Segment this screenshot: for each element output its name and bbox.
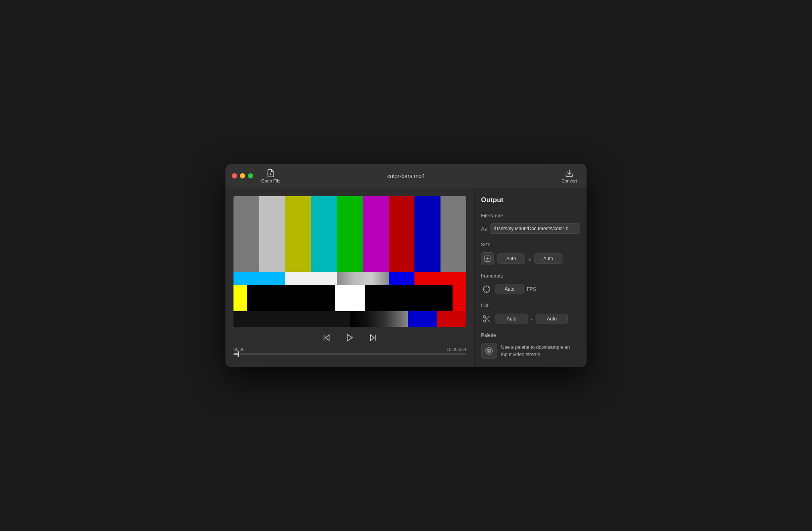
current-time: 00:00	[233, 347, 245, 352]
filename-prefix: Aa	[481, 226, 487, 232]
app-window: Open File color-bars.mp4 Convert	[225, 164, 587, 367]
pluge-yellow	[233, 285, 247, 311]
svg-point-17	[489, 349, 491, 351]
svg-line-13	[487, 320, 489, 322]
video-panel: 00:00 10:00.064	[225, 188, 474, 367]
output-section-title: Output	[481, 196, 580, 204]
size-icon	[481, 252, 494, 265]
bars-super-bottom	[233, 311, 466, 327]
cut-separator: -	[531, 316, 532, 322]
palette-row: Use a palette to downsample an input vid…	[481, 343, 580, 359]
skip-back-button[interactable]	[321, 332, 333, 344]
titlebar: Open File color-bars.mp4 Convert	[225, 164, 587, 188]
framerate-label: Framerate	[481, 273, 580, 279]
mid-bar-white	[285, 272, 337, 285]
duration: 10:00.064	[447, 347, 466, 352]
bars-bottom-group	[233, 285, 466, 311]
sub-bar-blue	[408, 311, 437, 327]
convert-label: Convert	[561, 178, 577, 183]
mid-bar-1	[233, 272, 285, 285]
size-label: Size	[481, 242, 580, 247]
progress-thumb[interactable]	[238, 351, 239, 357]
palette-label: Palette	[481, 332, 580, 338]
maximize-button[interactable]	[248, 173, 253, 178]
mid-bar-gradient	[337, 272, 389, 285]
sub-bar-red	[437, 311, 467, 327]
scissors-icon	[481, 313, 492, 324]
filename-label: File Name	[481, 213, 580, 219]
framerate-section: Framerate FPS	[481, 273, 580, 295]
color-bars-display	[233, 196, 466, 327]
filename-row: Aa	[481, 223, 580, 234]
svg-marker-6	[371, 335, 374, 341]
time-labels: 00:00 10:00.064	[233, 347, 466, 352]
filename-section: File Name Aa	[481, 213, 580, 234]
svg-point-11	[483, 320, 486, 322]
titlebar-right: Convert	[558, 167, 580, 185]
bar-white	[259, 196, 285, 272]
palette-section: Palette Use a palette to downsample an i…	[481, 332, 580, 359]
right-panel: Output File Name Aa Size	[474, 188, 587, 367]
cut-end-input[interactable]	[536, 314, 568, 324]
timeline: 00:00 10:00.064	[233, 347, 466, 355]
cut-row: -	[481, 313, 580, 324]
size-width-input[interactable]	[497, 253, 525, 264]
svg-marker-5	[347, 334, 353, 341]
titlebar-left: Open File	[232, 167, 284, 185]
convert-button[interactable]: Convert	[558, 167, 580, 185]
bar-green	[337, 196, 363, 272]
size-section: Size x	[481, 242, 580, 265]
bar-red	[389, 196, 414, 272]
bar-yellow	[285, 196, 311, 272]
pluge-white	[335, 285, 364, 311]
filename-input[interactable]	[490, 223, 580, 234]
framerate-icon	[481, 284, 492, 295]
window-title: color-bars.mp4	[387, 173, 424, 179]
traffic-lights	[232, 173, 253, 178]
cut-section: Cut -	[481, 303, 580, 324]
mid-bar-blue-r	[389, 272, 414, 285]
open-file-button[interactable]: Open File	[258, 167, 284, 185]
bar-blue	[414, 196, 440, 272]
cut-label: Cut	[481, 303, 580, 308]
bar-magenta	[363, 196, 388, 272]
bar-gray-right	[441, 196, 466, 272]
framerate-row: FPS	[481, 284, 580, 295]
cut-start-input[interactable]	[495, 314, 528, 324]
sub-bar-grad	[350, 311, 408, 327]
bar-gray-dark	[233, 196, 259, 272]
fps-unit: FPS	[527, 286, 536, 292]
video-preview	[233, 196, 466, 327]
mid-bar-red-r	[414, 272, 466, 285]
sub-bar-2	[321, 311, 350, 327]
open-file-label: Open File	[261, 178, 280, 183]
pluge-red	[453, 285, 466, 311]
framerate-input[interactable]	[495, 284, 524, 294]
size-row: x	[481, 252, 580, 265]
minimize-button[interactable]	[240, 173, 245, 178]
svg-point-16	[487, 349, 489, 351]
skip-forward-button[interactable]	[367, 332, 379, 344]
svg-marker-3	[325, 335, 329, 341]
pluge-black2	[365, 285, 453, 311]
bar-cyan	[311, 196, 337, 272]
main-content: 00:00 10:00.064 Output File Name Aa	[225, 188, 587, 367]
video-controls: 00:00 10:00.064	[233, 332, 466, 355]
close-button[interactable]	[232, 173, 237, 178]
svg-point-15	[486, 348, 493, 355]
svg-line-14	[485, 317, 487, 319]
svg-point-10	[483, 316, 486, 318]
progress-bar[interactable]	[233, 353, 466, 355]
size-x-separator: x	[528, 256, 531, 262]
bars-middle	[233, 272, 466, 285]
size-height-input[interactable]	[534, 253, 562, 264]
playback-buttons	[233, 332, 466, 344]
palette-icon[interactable]	[481, 343, 497, 359]
bars-top	[233, 196, 466, 272]
play-button[interactable]	[344, 332, 356, 344]
sub-bar-1	[233, 311, 321, 327]
palette-description: Use a palette to downsample an input vid…	[501, 343, 580, 358]
pluge-black	[247, 285, 335, 311]
